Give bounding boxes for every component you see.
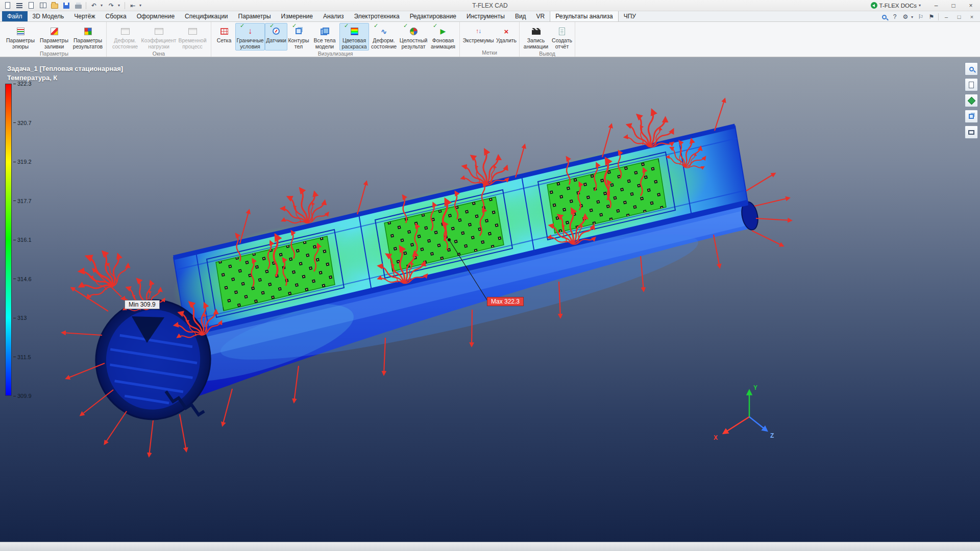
min-value-label[interactable]: Min 309.9 [125,300,160,309]
app-menu-button[interactable] [14,1,24,10]
qat-customize-dropdown[interactable]: ▾ [139,3,143,8]
legend-tick: 322.3 [17,81,32,87]
pin-button[interactable]: ⚑ [926,12,937,21]
sensors-button[interactable]: ✓ Датчики [265,23,287,51]
save-button[interactable] [61,1,71,10]
tab-3d-model[interactable]: 3D Модель [28,11,69,21]
tab-editing[interactable]: Редактирование [405,11,461,21]
new-document-icon [5,2,10,9]
sheets-button[interactable] [965,78,978,91]
fill-parameters-button[interactable]: Параметры заливки [37,23,71,51]
extremums-button[interactable]: ↑↓ Экстремумы [461,23,495,49]
materials-button[interactable] [965,94,978,107]
body-contours-button[interactable]: ✓ Контуры тел [287,23,310,51]
material-icon [967,96,975,105]
tab-specifications[interactable]: Спецификации [180,11,233,21]
time-process-button[interactable]: Временной процесс [176,23,209,51]
tab-analysis[interactable]: Анализ [318,11,349,21]
legend-tick: 309.9 [17,393,32,399]
legend-tick: 320.7 [17,120,32,126]
ribbon-tab-bar: Файл 3D Модель Чертёж Сборка Оформление … [0,11,980,22]
zoom-window-button[interactable] [965,62,978,76]
epure-parameters-icon [5,24,36,38]
fill-parameters-icon [38,24,70,38]
deform-state-window-button[interactable]: Деформ. состояние [108,23,142,51]
tflex-docs-button[interactable]: T-FLEX DOCs ▾ [867,2,927,9]
record-animation-icon [522,24,550,38]
undo-button[interactable]: ↶ [89,1,99,10]
integral-result-button[interactable]: ✓ Целостный результат [399,23,428,51]
axis-z-label: Z [770,432,774,439]
legend-tick: 311.5 [17,354,31,360]
tab-vr[interactable]: VR [531,11,550,21]
status-bar [0,542,980,551]
legend-tick: 314.6 [17,276,32,282]
tab-measurement[interactable]: Измерение [276,11,318,21]
create-report-button[interactable]: Создать отчёт [551,23,573,51]
viewport-3d[interactable]: Y X Z Задача_1 [Тепловая стационарная] Т… [0,57,980,542]
quick-access-toolbar: ↶ ▾ ↷ ▾ ⇤ ▾ [0,1,143,10]
group-labels: ↑↓ Экстремумы × Удалить Метки [460,22,520,57]
tab-drawing[interactable]: Чертёж [69,11,100,21]
group-caption: Визуализация [213,51,458,58]
zoom-select-button[interactable] [879,12,889,21]
maximize-button[interactable]: □ [945,1,962,11]
tab-assembly[interactable]: Сборка [101,11,132,21]
deform-state-button[interactable]: ✓∿ Деформ. состояние [369,23,399,51]
tab-analysis-results[interactable]: Результаты анализа [550,11,618,21]
links-button[interactable]: ⇤ [128,1,138,10]
new-document-button[interactable] [3,1,13,10]
flag-button[interactable]: ⚐ [916,12,926,21]
named-views-button[interactable] [965,110,978,123]
group-windows: Деформ. состояние Коэффициент нагрузки В… [107,22,211,57]
result-parameters-icon [72,24,104,38]
group-caption: Вывод [521,51,573,58]
mesh-button[interactable]: Сетка [213,23,235,51]
settings-dropdown[interactable]: ▾ [911,15,915,19]
task-header: Задача_1 [Тепловая стационарная] Темпера… [7,64,123,82]
load-coefficient-button[interactable]: Коэффициент нагрузки [142,23,176,51]
all-bodies-button[interactable]: Все тела модели [310,23,339,51]
docs-dropdown-icon: ▾ [919,3,923,8]
library-button[interactable] [38,1,48,10]
open-document-button[interactable] [50,1,60,10]
tab-tools[interactable]: Инструменты [461,11,510,21]
boundary-conditions-button[interactable]: ✓↓ Граничные условия [235,23,265,51]
doc-restore-button[interactable]: □ [953,12,965,21]
delete-labels-button[interactable]: × Удалить [495,23,518,49]
help-button[interactable]: ? [890,12,900,21]
group-output: Запись анимации Создать отчёт Вывод [520,22,575,57]
doc-close-button[interactable]: × [966,12,978,21]
temperature-legend: 322.3 320.7 319.2 317.7 316.1 314.6 313 … [5,84,32,396]
tab-cnc[interactable]: ЧПУ [619,11,641,21]
print-button[interactable] [73,1,83,10]
minimize-button[interactable]: – [928,1,944,11]
undo-dropdown[interactable]: ▾ [101,3,105,8]
tab-annotation[interactable]: Оформление [132,11,180,21]
group-visualization: Сетка ✓↓ Граничные условия ✓ Датчики ✓ К… [211,22,460,57]
max-value-label[interactable]: Max 322.3 [487,297,524,306]
tab-view[interactable]: Вид [510,11,531,21]
result-parameters-button[interactable]: Параметры результатов [71,23,105,51]
background-animation-button[interactable]: ✓▶ Фоновая анимация [428,23,458,51]
view-toolbar [965,62,978,139]
tab-electrical[interactable]: Электротехника [349,11,404,21]
redo-dropdown[interactable]: ▾ [118,3,122,8]
record-animation-button[interactable]: Запись анимации [521,23,551,51]
settings-button[interactable]: ⚙ [900,12,911,21]
tab-file[interactable]: Файл [2,11,28,21]
library-icon [40,3,46,8]
document-button[interactable] [26,1,36,10]
close-button[interactable]: × [963,1,979,11]
camera-button[interactable] [965,126,978,139]
epure-parameters-button[interactable]: Параметры эпюры [4,23,37,51]
color-painting-button[interactable]: ✓ Цветовая раскраска [339,23,369,51]
tab-parameters[interactable]: Параметры [233,11,276,21]
task-title: Задача_1 [Тепловая стационарная] [7,64,123,73]
redo-button[interactable]: ↷ [106,1,116,10]
deform-state-icon: ✓∿ [370,24,398,38]
ribbon: Параметры эпюры Параметры заливки Параме… [0,22,980,57]
doc-minimize-button[interactable]: – [940,12,952,21]
body-contours-icon: ✓ [288,24,309,38]
links-icon: ⇤ [130,2,135,9]
